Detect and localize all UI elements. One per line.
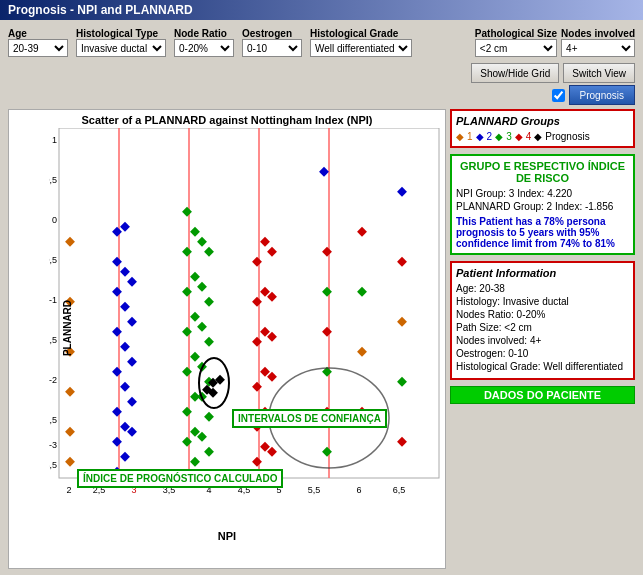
node-ratio-control: Node Ratio 0-20%	[174, 28, 234, 57]
patient-nodes-involved: Nodes involved: 4+	[456, 335, 629, 346]
grupo-panel: GRUPO E RESPECTIVO ÍNDICE DE RISCO NPI G…	[450, 154, 635, 255]
right-controls: Pathological Size <2 cm Nodes involved 4…	[475, 28, 635, 57]
svg-text:5,5: 5,5	[308, 485, 321, 495]
svg-text:2: 2	[66, 485, 71, 495]
histological-type-label: Histological Type	[76, 28, 166, 39]
legend-label-3: 3	[506, 131, 512, 142]
switch-view-button[interactable]: Switch View	[563, 63, 635, 83]
y-axis-label: PLANNARD	[62, 300, 73, 356]
legend-title: PLANNARD Groups	[456, 115, 629, 127]
age-select[interactable]: 20-39 40-49	[8, 39, 68, 57]
pathological-size-label: Pathological Size	[475, 28, 557, 39]
chart-title: Scatter of a PLANNARD against Nottingham…	[9, 110, 445, 128]
pathological-size-control: Pathological Size <2 cm	[475, 28, 557, 57]
svg-text:6,5: 6,5	[393, 485, 406, 495]
nodes-involved-select[interactable]: 4+	[561, 39, 635, 57]
legend-dot-3: ◆	[495, 131, 503, 142]
node-ratio-select[interactable]: 0-20%	[174, 39, 234, 57]
legend-dot-4: ◆	[515, 131, 523, 142]
window-title: Prognosis - NPI and PLANNARD	[8, 3, 193, 17]
svg-text:-3,5: -3,5	[49, 460, 57, 470]
legend-label-prognosis: Prognosis	[545, 131, 589, 142]
patient-histology: Histology: Invasive ductal	[456, 296, 629, 307]
svg-text:0,5: 0,5	[49, 175, 57, 185]
intervalos-label: INTERVALOS DE CONFIANÇA	[232, 409, 387, 428]
svg-text:-1,5: -1,5	[49, 335, 57, 345]
svg-text:-2,5: -2,5	[49, 415, 57, 425]
svg-text:-2: -2	[49, 375, 57, 385]
legend-dot-1: ◆	[456, 131, 464, 142]
x-axis-label: NPI	[9, 528, 445, 544]
svg-text:-1: -1	[49, 295, 57, 305]
right-controls-row1: Pathological Size <2 cm Nodes involved 4…	[475, 28, 635, 57]
top-controls: Age 20-39 40-49 Histological Type Invasi…	[4, 24, 639, 61]
prognosis-text: This Patient has a 78% persona prognosis…	[456, 216, 629, 249]
oestrogen-select[interactable]: 0-10	[242, 39, 302, 57]
oestrogen-control: Oestrogen 0-10	[242, 28, 302, 57]
svg-text:1: 1	[52, 135, 57, 145]
patient-panel: Patient Information Age: 20-38 Histology…	[450, 261, 635, 380]
nodes-involved-label: Nodes involved	[561, 28, 635, 39]
patient-oestrogen: Oestrogen: 0-10	[456, 348, 629, 359]
indice-label: ÍNDICE DE PROGNÓSTICO CALCULADO	[77, 469, 283, 488]
patient-path-size: Path Size: <2 cm	[456, 322, 629, 333]
pathological-size-select[interactable]: <2 cm	[475, 39, 557, 57]
legend-label-4: 4	[526, 131, 532, 142]
plannard-group: PLANNARD Group: 2 Index: -1.856	[456, 201, 629, 212]
svg-text:0: 0	[52, 215, 57, 225]
prognosis-checkbox[interactable]	[552, 89, 565, 102]
main-container: Age 20-39 40-49 Histological Type Invasi…	[0, 20, 643, 575]
show-hide-grid-button[interactable]: Show/Hide Grid	[471, 63, 559, 83]
svg-text:-0,5: -0,5	[49, 255, 57, 265]
patient-title: Patient Information	[456, 267, 629, 279]
patient-nodes-ratio: Nodes Ratio: 0-20%	[456, 309, 629, 320]
legend-dot-prognosis: ◆	[534, 131, 542, 142]
right-panel: PLANNARD Groups ◆ 1 ◆ 2 ◆ 3 ◆ 4 ◆ Progno…	[450, 109, 635, 569]
title-bar: Prognosis - NPI and PLANNARD	[0, 0, 643, 20]
chart-area: Scatter of a PLANNARD against Nottingham…	[8, 109, 446, 569]
histological-grade-control: Histological Grade Well differentiated	[310, 28, 412, 57]
legend-dot-2: ◆	[476, 131, 484, 142]
age-control: Age 20-39 40-49	[8, 28, 68, 57]
node-ratio-label: Node Ratio	[174, 28, 234, 39]
prognosis-button[interactable]: Prognosis	[569, 85, 635, 105]
grupo-title: GRUPO E RESPECTIVO ÍNDICE DE RISCO	[456, 160, 629, 184]
patient-age: Age: 20-38	[456, 283, 629, 294]
legend-panel: PLANNARD Groups ◆ 1 ◆ 2 ◆ 3 ◆ 4 ◆ Progno…	[450, 109, 635, 148]
nodes-involved-control: Nodes involved 4+	[561, 28, 635, 57]
legend-label-2: 2	[487, 131, 493, 142]
dados-bar: DADOS DO PACIENTE	[450, 386, 635, 404]
histological-type-control: Histological Type Invasive ductal	[76, 28, 166, 57]
oestrogen-label: Oestrogen	[242, 28, 302, 39]
histological-grade-label: Histological Grade	[310, 28, 412, 39]
svg-text:-3: -3	[49, 440, 57, 450]
histological-grade-select[interactable]: Well differentiated	[310, 39, 412, 57]
age-label: Age	[8, 28, 68, 39]
patient-histological-grade: Histological Grade: Well differentiated	[456, 361, 629, 372]
histological-type-select[interactable]: Invasive ductal	[76, 39, 166, 57]
content-area: Scatter of a PLANNARD against Nottingham…	[4, 109, 639, 573]
npi-group: NPI Group: 3 Index: 4.220	[456, 188, 629, 199]
svg-text:6: 6	[356, 485, 361, 495]
legend-row: ◆ 1 ◆ 2 ◆ 3 ◆ 4 ◆ Prognosis	[456, 131, 629, 142]
legend-label-1: 1	[467, 131, 473, 142]
scatter-chart: 1 0,5 0 -0,5 -1 -1,5 -2 -2,5 -3 -3,5 2 2…	[49, 128, 449, 498]
